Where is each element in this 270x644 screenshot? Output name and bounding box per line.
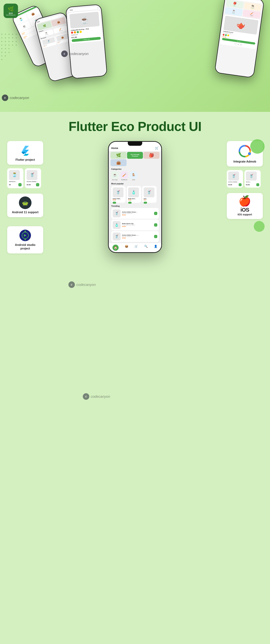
phone-notch — [128, 142, 142, 146]
pop-price-1: €5.95 — [113, 199, 124, 200]
cc-text-3: codecanyon — [76, 283, 96, 287]
cc-text-1: codecanyon — [69, 52, 89, 56]
trending-price-3: €5.95 — [122, 237, 153, 239]
svg-point-14 — [16, 41, 17, 42]
toothbrush-label: ToothBrush — [121, 179, 127, 180]
banner-cell-4: 👜 — [111, 159, 127, 166]
svg-point-11 — [5, 41, 6, 42]
nav-shop[interactable]: 📦 — [125, 244, 128, 251]
svg-point-7 — [8, 37, 9, 38]
sorbos-price-row: €5.95 → — [27, 183, 39, 186]
trending-desc-3: Each box contains 10 ... — [122, 236, 153, 237]
pop-card-3[interactable]: ♡ 🥤 Sorb... €5.9 → — [142, 186, 157, 203]
nav-cart[interactable]: 🛒 — [135, 244, 138, 251]
trending-arrow-1[interactable]: → — [154, 212, 157, 215]
most-popular-label: Most popular — [109, 182, 161, 185]
svg-point-9 — [16, 37, 17, 38]
pop-price-3: €5.9 — [144, 199, 155, 200]
nav-profile[interactable]: 👤 — [154, 244, 157, 251]
svg-point-16 — [5, 44, 6, 46]
banner-cell-1: 🌿 — [111, 152, 127, 159]
categories-row: ☕ Eco Cups 🪥 ToothBrush 🪑 Chair — [109, 171, 161, 182]
cat-eco-cups[interactable]: ☕ Eco Cups — [111, 171, 119, 180]
svg-point-5 — [1, 37, 2, 38]
sorbos-name: Sorbos Edible ... — [27, 181, 39, 182]
stainless-add-btn[interactable]: → — [18, 183, 22, 186]
heart-icon-2: ♡ — [38, 170, 40, 172]
main-content: Flutter project ♡ 🫙 Stainless... €5 → ♡ … — [0, 138, 270, 268]
spc-name-1: Sorbos Edible ... — [228, 181, 241, 183]
hero-phone-3: ← Home🛒 ☕ Collapsible EcoCup – Pink ★★★★… — [65, 4, 108, 79]
most-popular-row: ♡ 🥤 Sorbos Edibl... €5.95 → ♡ 🧴 Bottle S… — [109, 185, 161, 204]
svg-point-23 — [1, 52, 2, 53]
deco-circle-top-right — [250, 139, 265, 154]
pop-heart-3: ♡ — [154, 187, 155, 189]
banner-cell-3: 🎒 — [143, 152, 159, 159]
trending-arrow-2[interactable]: → — [154, 223, 157, 226]
spc-1: 🥤 Sorbos Edible ... €5.95 → — [227, 170, 243, 188]
trending-info-3: Sorbos Edible Straws – ... Each box cont… — [122, 234, 153, 239]
trending-name-2: Bottle Sports Cap — [122, 223, 153, 224]
spc-btn-2[interactable]: → — [256, 183, 259, 186]
android-studio-icon — [19, 229, 31, 242]
cat-toothbrush[interactable]: 🪥 ToothBrush — [121, 171, 128, 180]
trending-arrow-3[interactable]: → — [154, 235, 157, 238]
trending-item-3[interactable]: 🥤 Sorbos Edible Straws – ... Each box co… — [111, 231, 159, 242]
pop-img-1: 🥤 — [113, 188, 124, 197]
stainless-name: Stainless... — [9, 181, 22, 182]
pop-card-2[interactable]: ♡ 🧴 Bottle Sport... €4.95 → — [127, 186, 141, 203]
nav-search[interactable]: 🔍 — [144, 244, 148, 251]
trending-price-2: €4.95 — [122, 226, 153, 227]
sorbos-add-btn[interactable]: → — [36, 183, 39, 186]
flutter-logo-icon — [19, 144, 31, 156]
spc-img-2: 🥤 — [246, 172, 257, 180]
pop-card-1[interactable]: ♡ 🥤 Sorbos Edibl... €5.95 → — [111, 186, 126, 203]
pop-add-btn-2[interactable]: → — [128, 202, 132, 204]
ios-badge: iOS — [230, 207, 260, 213]
spc-btn-1[interactable]: → — [239, 183, 242, 186]
phone-screen: Home 🛒 🌿 Eco-Friendly Products 🎒 👜 Categ… — [109, 142, 161, 252]
android-studio-feature-card: Android studio project — [7, 226, 43, 254]
pop-add-btn-3[interactable]: → — [144, 202, 147, 204]
pop-heart-1: ♡ — [123, 187, 125, 189]
pop-name-2: Bottle Sport... — [128, 198, 140, 199]
android-feature-card: Android 11 support — [7, 194, 43, 217]
svg-point-8 — [12, 37, 13, 38]
cc-logo-2: c — [2, 94, 8, 101]
pop-name-3: Sorb... — [144, 198, 155, 199]
ios-feature-card: 🍎 iOS IOS support — [227, 193, 263, 219]
android-icon — [19, 196, 31, 209]
spc-bottom-2: €5.95 → — [246, 183, 259, 186]
stainless-price: €5 — [9, 184, 11, 186]
cart-icon[interactable]: 🛒 — [155, 146, 159, 150]
pop-price-2: €4.95 — [128, 199, 140, 200]
banner-cell-eco: Eco-Friendly Products — [127, 152, 143, 159]
trending-item-1[interactable]: 🥤 Sorbos Edible Straws – Each box contai… — [111, 208, 159, 219]
trending-label: Trending — [109, 204, 161, 208]
svg-point-19 — [16, 44, 17, 46]
svg-point-1 — [5, 34, 6, 35]
trending-item-2[interactable]: 🧴 Bottle Sports Cap Convert any of our T… — [111, 220, 159, 230]
watermark-products: c codecanyon — [68, 282, 96, 288]
out-product-sorbos: ♡ 🥤 Sorbos Edible ... €5.95 → — [25, 168, 41, 188]
svg-point-6 — [5, 37, 6, 38]
spc-bottom-1: €5.95 → — [228, 183, 242, 186]
banner-grid: 🌿 Eco-Friendly Products 🎒 👜 — [111, 152, 159, 166]
chair-icon: 🪑 — [130, 171, 137, 178]
apple-logo: 🍎 — [230, 196, 260, 206]
flutter-feature-card: Flutter project — [7, 141, 43, 165]
trending-info-2: Bottle Sports Cap Convert any of our The… — [122, 223, 153, 227]
trending-price-1: €5.95 — [122, 214, 153, 216]
pop-img-3: 🥤 — [144, 188, 154, 197]
outside-products-left: ♡ 🫙 Stainless... €5 → ♡ 🥤 Sorbos Edible … — [7, 168, 43, 188]
sorbos-img: 🥤 — [27, 170, 37, 180]
pop-add-btn-1[interactable]: → — [113, 202, 116, 204]
svg-point-22 — [8, 48, 9, 49]
dot-pattern — [0, 32, 22, 68]
svg-point-26 — [1, 56, 2, 56]
cat-chair[interactable]: 🪑 Chair — [130, 171, 137, 180]
nav-home[interactable]: 🏠 — [113, 244, 119, 251]
app-icon-subtitle: Eco-Product UI — [6, 14, 15, 16]
right-panel: Integrate Admob 🥤 Sorbos Edible ... €5.9… — [227, 141, 263, 257]
ios-title: IOS support — [230, 213, 260, 216]
